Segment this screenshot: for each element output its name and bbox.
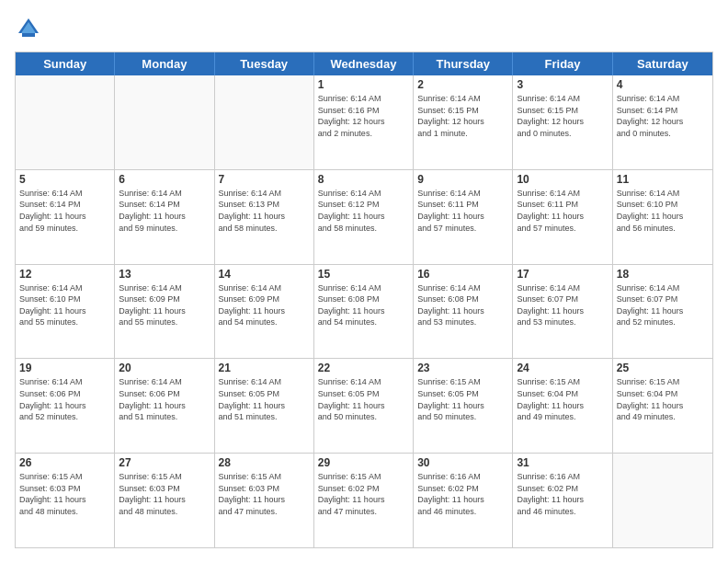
page: SundayMondayTuesdayWednesdayThursdayFrid… — [0, 0, 728, 563]
day-info: Sunrise: 6:14 AM Sunset: 6:07 PM Dayligh… — [617, 282, 709, 328]
day-cell-25: 25Sunrise: 6:15 AM Sunset: 6:04 PM Dayli… — [613, 359, 712, 453]
day-info: Sunrise: 6:16 AM Sunset: 6:02 PM Dayligh… — [417, 471, 508, 517]
calendar-header-row: SundayMondayTuesdayWednesdayThursdayFrid… — [16, 52, 712, 75]
day-number: 21 — [219, 362, 310, 374]
day-number: 28 — [219, 456, 310, 469]
day-number: 1 — [318, 78, 409, 91]
day-cell-28: 28Sunrise: 6:15 AM Sunset: 6:03 PM Dayli… — [215, 454, 314, 547]
day-number: 9 — [417, 173, 508, 186]
day-cell-12: 12Sunrise: 6:14 AM Sunset: 6:10 PM Dayli… — [16, 265, 115, 359]
calendar-body: 1Sunrise: 6:14 AM Sunset: 6:16 PM Daylig… — [16, 75, 712, 547]
day-cell-19: 19Sunrise: 6:14 AM Sunset: 6:06 PM Dayli… — [16, 359, 115, 453]
day-number: 26 — [19, 456, 110, 469]
day-number: 14 — [219, 268, 310, 281]
day-info: Sunrise: 6:14 AM Sunset: 6:06 PM Dayligh… — [19, 376, 110, 422]
empty-cell — [613, 454, 712, 547]
day-info: Sunrise: 6:14 AM Sunset: 6:15 PM Dayligh… — [517, 93, 608, 139]
day-info: Sunrise: 6:14 AM Sunset: 6:09 PM Dayligh… — [119, 282, 210, 328]
day-cell-8: 8Sunrise: 6:14 AM Sunset: 6:12 PM Daylig… — [314, 170, 414, 264]
day-number: 19 — [19, 362, 110, 374]
day-number: 4 — [617, 78, 709, 91]
day-number: 23 — [417, 362, 508, 374]
calendar-week-5: 26Sunrise: 6:15 AM Sunset: 6:03 PM Dayli… — [16, 454, 712, 547]
empty-cell — [16, 75, 115, 169]
logo-icon — [15, 15, 42, 42]
day-cell-30: 30Sunrise: 6:16 AM Sunset: 6:02 PM Dayli… — [414, 454, 513, 547]
day-cell-26: 26Sunrise: 6:15 AM Sunset: 6:03 PM Dayli… — [16, 454, 115, 547]
day-cell-18: 18Sunrise: 6:14 AM Sunset: 6:07 PM Dayli… — [613, 265, 712, 359]
day-cell-16: 16Sunrise: 6:14 AM Sunset: 6:08 PM Dayli… — [414, 265, 513, 359]
calendar-week-4: 19Sunrise: 6:14 AM Sunset: 6:06 PM Dayli… — [16, 359, 712, 454]
day-info: Sunrise: 6:16 AM Sunset: 6:02 PM Dayligh… — [517, 471, 608, 517]
day-number: 27 — [119, 456, 210, 469]
day-info: Sunrise: 6:14 AM Sunset: 6:07 PM Dayligh… — [517, 282, 608, 328]
header — [15, 15, 713, 42]
header-day-tuesday: Tuesday — [215, 52, 314, 75]
day-cell-14: 14Sunrise: 6:14 AM Sunset: 6:09 PM Dayli… — [215, 265, 314, 359]
day-cell-2: 2Sunrise: 6:14 AM Sunset: 6:15 PM Daylig… — [414, 75, 513, 169]
header-day-monday: Monday — [115, 52, 214, 75]
day-info: Sunrise: 6:15 AM Sunset: 6:02 PM Dayligh… — [318, 471, 409, 517]
day-number: 17 — [517, 268, 608, 281]
calendar: SundayMondayTuesdayWednesdayThursdayFrid… — [15, 52, 713, 548]
day-number: 15 — [318, 268, 409, 281]
calendar-week-2: 5Sunrise: 6:14 AM Sunset: 6:14 PM Daylig… — [16, 170, 712, 265]
day-info: Sunrise: 6:14 AM Sunset: 6:14 PM Dayligh… — [19, 188, 110, 234]
day-cell-11: 11Sunrise: 6:14 AM Sunset: 6:10 PM Dayli… — [613, 170, 712, 264]
day-number: 13 — [119, 268, 210, 281]
day-cell-3: 3Sunrise: 6:14 AM Sunset: 6:15 PM Daylig… — [513, 75, 612, 169]
day-number: 3 — [517, 78, 608, 91]
day-cell-1: 1Sunrise: 6:14 AM Sunset: 6:16 PM Daylig… — [314, 75, 414, 169]
day-number: 8 — [318, 173, 409, 186]
day-info: Sunrise: 6:14 AM Sunset: 6:08 PM Dayligh… — [318, 282, 409, 328]
day-info: Sunrise: 6:14 AM Sunset: 6:16 PM Dayligh… — [318, 93, 409, 139]
day-cell-9: 9Sunrise: 6:14 AM Sunset: 6:11 PM Daylig… — [414, 170, 513, 264]
day-cell-13: 13Sunrise: 6:14 AM Sunset: 6:09 PM Dayli… — [115, 265, 214, 359]
day-cell-17: 17Sunrise: 6:14 AM Sunset: 6:07 PM Dayli… — [513, 265, 612, 359]
day-info: Sunrise: 6:14 AM Sunset: 6:10 PM Dayligh… — [19, 282, 110, 328]
day-number: 5 — [19, 173, 110, 186]
calendar-week-3: 12Sunrise: 6:14 AM Sunset: 6:10 PM Dayli… — [16, 265, 712, 360]
day-cell-4: 4Sunrise: 6:14 AM Sunset: 6:14 PM Daylig… — [613, 75, 712, 169]
day-info: Sunrise: 6:15 AM Sunset: 6:03 PM Dayligh… — [219, 471, 310, 517]
logo — [15, 15, 46, 42]
day-cell-6: 6Sunrise: 6:14 AM Sunset: 6:14 PM Daylig… — [115, 170, 214, 264]
day-number: 30 — [417, 456, 508, 469]
day-cell-15: 15Sunrise: 6:14 AM Sunset: 6:08 PM Dayli… — [314, 265, 414, 359]
day-number: 10 — [517, 173, 608, 186]
header-day-wednesday: Wednesday — [314, 52, 414, 75]
day-info: Sunrise: 6:14 AM Sunset: 6:08 PM Dayligh… — [417, 282, 508, 328]
day-info: Sunrise: 6:15 AM Sunset: 6:03 PM Dayligh… — [19, 471, 110, 517]
day-cell-27: 27Sunrise: 6:15 AM Sunset: 6:03 PM Dayli… — [115, 454, 214, 547]
day-number: 18 — [617, 268, 709, 281]
day-number: 22 — [318, 362, 409, 374]
day-cell-23: 23Sunrise: 6:15 AM Sunset: 6:05 PM Dayli… — [414, 359, 513, 453]
day-cell-31: 31Sunrise: 6:16 AM Sunset: 6:02 PM Dayli… — [513, 454, 612, 547]
day-info: Sunrise: 6:15 AM Sunset: 6:04 PM Dayligh… — [517, 376, 608, 422]
day-cell-21: 21Sunrise: 6:14 AM Sunset: 6:05 PM Dayli… — [215, 359, 314, 453]
day-number: 20 — [119, 362, 210, 374]
day-info: Sunrise: 6:14 AM Sunset: 6:12 PM Dayligh… — [318, 188, 409, 234]
day-info: Sunrise: 6:14 AM Sunset: 6:14 PM Dayligh… — [119, 188, 210, 234]
day-cell-20: 20Sunrise: 6:14 AM Sunset: 6:06 PM Dayli… — [115, 359, 214, 453]
calendar-week-1: 1Sunrise: 6:14 AM Sunset: 6:16 PM Daylig… — [16, 75, 712, 170]
day-info: Sunrise: 6:14 AM Sunset: 6:05 PM Dayligh… — [219, 376, 310, 422]
day-info: Sunrise: 6:14 AM Sunset: 6:11 PM Dayligh… — [517, 188, 608, 234]
day-info: Sunrise: 6:14 AM Sunset: 6:10 PM Dayligh… — [617, 188, 709, 234]
day-number: 25 — [617, 362, 709, 374]
day-cell-7: 7Sunrise: 6:14 AM Sunset: 6:13 PM Daylig… — [215, 170, 314, 264]
day-info: Sunrise: 6:14 AM Sunset: 6:09 PM Dayligh… — [219, 282, 310, 328]
svg-rect-2 — [22, 33, 35, 37]
day-cell-29: 29Sunrise: 6:15 AM Sunset: 6:02 PM Dayli… — [314, 454, 414, 547]
day-info: Sunrise: 6:14 AM Sunset: 6:15 PM Dayligh… — [417, 93, 508, 139]
day-info: Sunrise: 6:14 AM Sunset: 6:06 PM Dayligh… — [119, 376, 210, 422]
day-info: Sunrise: 6:15 AM Sunset: 6:05 PM Dayligh… — [417, 376, 508, 422]
header-day-saturday: Saturday — [613, 52, 712, 75]
day-info: Sunrise: 6:15 AM Sunset: 6:04 PM Dayligh… — [617, 376, 709, 422]
day-number: 6 — [119, 173, 210, 186]
day-info: Sunrise: 6:15 AM Sunset: 6:03 PM Dayligh… — [119, 471, 210, 517]
day-info: Sunrise: 6:14 AM Sunset: 6:11 PM Dayligh… — [417, 188, 508, 234]
day-number: 29 — [318, 456, 409, 469]
day-cell-5: 5Sunrise: 6:14 AM Sunset: 6:14 PM Daylig… — [16, 170, 115, 264]
day-number: 12 — [19, 268, 110, 281]
